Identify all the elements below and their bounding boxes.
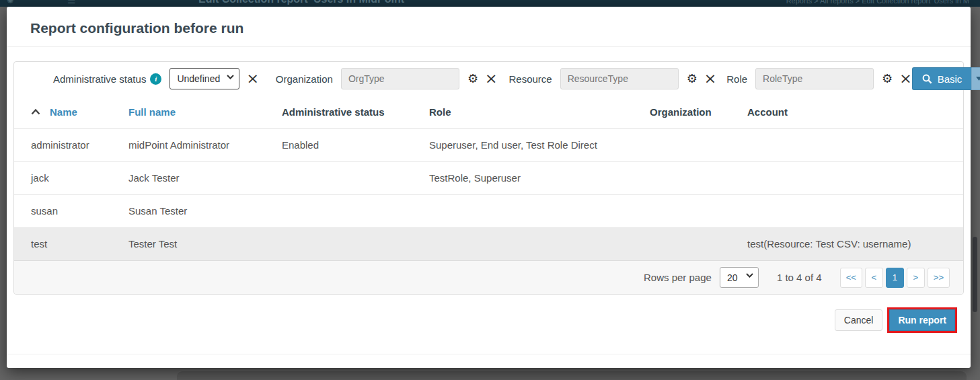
filter-label: Organization <box>276 73 333 85</box>
cell-account <box>730 194 963 227</box>
cell-full-name: Tester Test <box>112 227 265 260</box>
sort-ascending-icon[interactable] <box>31 109 40 115</box>
info-icon[interactable]: i <box>150 73 161 85</box>
gear-icon[interactable]: ⚙ <box>882 73 893 85</box>
filter-administrative-status: Administrative status i Undefined × <box>53 68 259 89</box>
filter-role: Role ⚙ × <box>726 68 911 89</box>
cell-administrative-status: Enabled <box>265 128 412 161</box>
run-report-button[interactable]: Run report <box>889 309 955 331</box>
background-scrollbar <box>973 237 977 312</box>
filter-label: Role <box>726 73 747 85</box>
cell-name: administrator <box>14 128 112 161</box>
table-row-test[interactable]: test Tester Test test(Resource: Test CSV… <box>14 227 963 260</box>
hamburger-icon: ☰ <box>67 0 76 5</box>
cell-account <box>730 128 963 161</box>
report-configuration-dialog: Report configuration before run Administ… <box>7 7 971 368</box>
search-button-group: Basic <box>912 67 980 90</box>
column-header-role: Role <box>412 96 633 128</box>
remove-filter-icon[interactable]: × <box>485 72 497 85</box>
column-header-account: Account <box>730 96 963 128</box>
cell-organization <box>633 194 730 227</box>
cell-name: jack <box>14 161 112 194</box>
cell-role <box>412 194 633 227</box>
cell-full-name: Jack Tester <box>112 161 265 194</box>
basic-search-label: Basic <box>938 73 963 85</box>
background-page-header: ✺ ☰ Edit Collection report 'Users in Mid… <box>0 0 980 7</box>
table-row-administrator[interactable]: administrator midPoint Administrator Ena… <box>14 128 963 161</box>
cell-account <box>730 161 963 194</box>
background-logo: ✺ <box>7 0 13 5</box>
background-page-title: Edit Collection report 'Users in MidPoin… <box>198 0 407 5</box>
cell-role: Superuser, End user, Test Role Direct <box>412 128 633 161</box>
previous-page-button[interactable]: < <box>865 268 883 288</box>
highlight-annotation: Run report <box>887 307 957 333</box>
dialog-title: Report configuration before run <box>30 20 947 36</box>
cell-account: test(Resource: Test CSV: username) <box>730 227 963 260</box>
cell-organization <box>633 161 730 194</box>
cell-organization <box>633 227 730 260</box>
cell-administrative-status <box>265 161 412 194</box>
remove-filter-icon[interactable]: × <box>246 72 258 85</box>
search-results-card: Administrative status i Undefined × Orga… <box>13 61 964 295</box>
cell-full-name: midPoint Administrator <box>112 128 265 161</box>
cell-organization <box>633 128 730 161</box>
cell-role: TestRole, Superuser <box>412 161 633 194</box>
users-table: Name Full name Administrative status Rol… <box>14 96 963 260</box>
rows-per-page-label: Rows per page <box>644 272 712 283</box>
organization-input[interactable] <box>341 68 459 89</box>
remove-filter-icon[interactable]: × <box>899 72 911 85</box>
gear-icon[interactable]: ⚙ <box>687 73 698 85</box>
first-page-button[interactable]: << <box>840 268 862 288</box>
breadcrumb: Reports > All reports > Edit Collection … <box>786 0 969 5</box>
chevron-down-icon <box>976 77 980 81</box>
filter-label: Administrative status <box>53 73 146 85</box>
search-icon <box>922 74 932 84</box>
last-page-button[interactable]: >> <box>928 268 950 288</box>
dialog-footer <box>7 354 971 368</box>
role-input[interactable] <box>755 68 874 89</box>
resource-input[interactable] <box>560 68 679 89</box>
next-page-button[interactable]: > <box>907 268 925 288</box>
cancel-button[interactable]: Cancel <box>835 309 883 331</box>
remove-filter-icon[interactable]: × <box>704 72 716 85</box>
cell-full-name: Susan Tester <box>112 194 265 227</box>
search-mode-dropdown[interactable] <box>971 67 980 90</box>
administrative-status-select[interactable]: Undefined <box>169 68 239 89</box>
dialog-actions: Cancel Run report <box>7 295 971 333</box>
page-1-button[interactable]: 1 <box>886 268 904 288</box>
filter-resource: Resource ⚙ × <box>508 68 716 89</box>
cell-name: susan <box>14 194 112 227</box>
column-header-name[interactable]: Name <box>14 96 112 128</box>
cell-administrative-status <box>265 194 412 227</box>
table-header-row: Name Full name Administrative status Rol… <box>14 96 963 128</box>
pagination-bar: Rows per page 20 1 to 4 of 4 << < 1 > >> <box>14 260 963 294</box>
column-header-full-name[interactable]: Full name <box>112 96 265 128</box>
rows-per-page-select[interactable]: 20 <box>720 267 759 288</box>
gear-icon[interactable]: ⚙ <box>467 73 478 85</box>
cell-administrative-status <box>265 227 412 260</box>
table-row-susan[interactable]: susan Susan Tester <box>14 194 963 227</box>
search-filter-bar: Administrative status i Undefined × Orga… <box>14 62 963 96</box>
cell-role <box>412 227 633 260</box>
filter-organization: Organization ⚙ × <box>276 68 498 89</box>
pager-buttons: << < 1 > >> <box>840 268 950 288</box>
column-header-organization: Organization <box>633 96 730 128</box>
dialog-header: Report configuration before run <box>7 7 971 47</box>
cell-name: test <box>14 227 112 260</box>
filter-label: Resource <box>508 73 552 85</box>
basic-search-button[interactable]: Basic <box>912 67 972 90</box>
background-panel-edge <box>177 371 967 380</box>
table-row-jack[interactable]: jack Jack Tester TestRole, Superuser <box>14 161 963 194</box>
column-header-administrative-status: Administrative status <box>265 96 412 128</box>
pagination-count: 1 to 4 of 4 <box>777 272 822 283</box>
